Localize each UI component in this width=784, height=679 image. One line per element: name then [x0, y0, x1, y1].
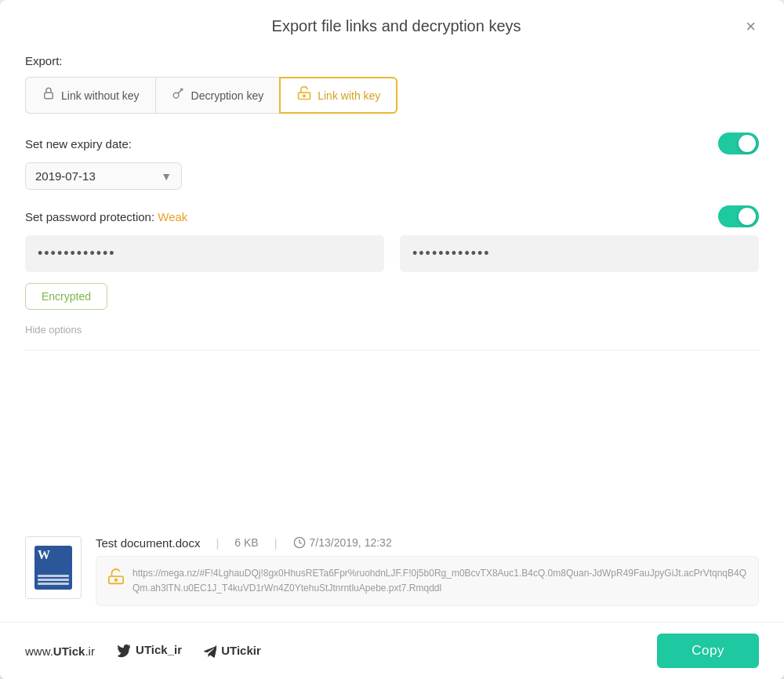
svg-rect-0 [45, 93, 53, 99]
divider [25, 350, 759, 350]
password-row: Set password protection: Weak [25, 205, 759, 227]
telegram-label: UTickir [221, 644, 261, 657]
link-with-key-label: Link with key [318, 89, 380, 102]
date-value: 2019-07-13 [35, 169, 96, 183]
expiry-label: Set new expiry date: [25, 137, 132, 151]
word-letter: W [38, 548, 50, 562]
copy-button[interactable]: Copy [657, 634, 759, 668]
decryption-key-label: Decryption key [191, 89, 264, 102]
telegram-logo: UTickir [204, 644, 261, 658]
clock-icon [293, 536, 306, 549]
twitter-icon [117, 645, 131, 659]
password-strength: Weak [158, 210, 187, 223]
date-picker[interactable]: 2019-07-13 ▼ [25, 162, 182, 190]
password-toggle[interactable] [718, 205, 759, 227]
svg-point-3 [303, 95, 306, 97]
export-label: Export: [25, 54, 759, 67]
lock-icon [42, 86, 56, 104]
file-icon-wrap: W [25, 536, 82, 599]
dialog-header: Export file links and decryption keys × [0, 0, 784, 35]
export-btn-link-with-key[interactable]: Link with key [279, 77, 397, 114]
file-section: W Test document.docx | 6 KB | 7/13/2019,… [0, 521, 784, 622]
svg-point-6 [115, 579, 118, 581]
dialog-body: Export: Link without key Decryption key … [0, 35, 784, 521]
file-link-text[interactable]: https://mega.nz/#F!4LghauDQj!8gx0HhusRET… [132, 566, 747, 596]
link-key-icon [296, 85, 312, 105]
file-size: 6 KB [234, 536, 258, 549]
link-box: https://mega.nz/#F!4LghauDQj!8gx0HhusRET… [96, 556, 759, 606]
link-key-icon [107, 568, 125, 593]
export-options: Link without key Decryption key Link wit… [25, 77, 759, 114]
word-icon: W [34, 546, 72, 590]
password-input-1[interactable] [25, 235, 384, 272]
twitter-logo: UTick_ir [117, 643, 182, 658]
password-fields [25, 235, 759, 272]
chevron-down-icon: ▼ [161, 170, 172, 183]
file-name: Test document.docx [96, 536, 200, 550]
dialog-title: Export file links and decryption keys [50, 17, 742, 35]
twitter-label: UTick_ir [136, 643, 182, 656]
telegram-icon [204, 645, 216, 658]
encrypted-button[interactable]: Encrypted [25, 283, 107, 310]
file-info: Test document.docx | 6 KB | 7/13/2019, 1… [96, 536, 759, 606]
export-btn-decryption-key[interactable]: Decryption key [155, 77, 280, 114]
website-logo: www.UTick.ir [25, 645, 95, 658]
export-btn-link-without-key[interactable]: Link without key [25, 77, 155, 114]
file-name-row: Test document.docx | 6 KB | 7/13/2019, 1… [96, 536, 759, 550]
expiry-row: Set new expiry date: [25, 133, 759, 154]
password-label: Set password protection: Weak [25, 210, 187, 223]
dialog-footer: www.UTick.ir UTick_ir UTickir Copy [0, 622, 784, 679]
expiry-toggle[interactable] [718, 133, 759, 154]
key-icon [172, 86, 186, 104]
file-date: 7/13/2019, 12:32 [293, 536, 392, 549]
link-without-key-label: Link without key [61, 89, 140, 102]
close-button[interactable]: × [742, 18, 759, 35]
export-dialog: Export file links and decryption keys × … [0, 0, 784, 679]
hide-options-link[interactable]: Hide options [25, 324, 759, 336]
password-input-2[interactable] [400, 235, 759, 272]
word-lines [38, 575, 69, 586]
file-row: W Test document.docx | 6 KB | 7/13/2019,… [25, 536, 759, 606]
footer-logos: www.UTick.ir UTick_ir UTickir [25, 643, 261, 658]
